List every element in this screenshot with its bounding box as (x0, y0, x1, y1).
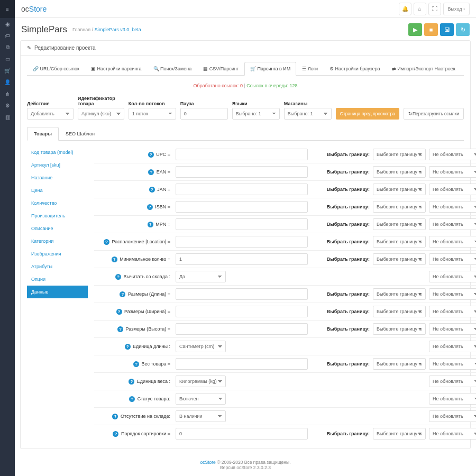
fullscreen-icon[interactable]: ⛶ (428, 3, 441, 15)
tab-csv[interactable]: ▦ CSV/Парсинг (197, 62, 244, 76)
boundary-select[interactable]: Выберите границу парсинга (373, 201, 426, 213)
sidebar-dashboard-icon[interactable]: ◉ (0, 18, 15, 30)
help-icon[interactable]: ? (116, 309, 122, 315)
help-icon[interactable]: ? (147, 204, 153, 210)
field-input[interactable] (176, 288, 308, 300)
sidebar-reports-icon[interactable]: ▥ (0, 111, 15, 123)
update-mode-select[interactable]: Не обновлять (429, 410, 476, 422)
notifications-icon[interactable]: 🔔 (399, 3, 411, 15)
help-icon[interactable]: ? (129, 396, 135, 402)
sidenav-item[interactable]: Изображения (27, 248, 88, 260)
sidenav-item[interactable]: Цена (27, 184, 88, 197)
sidebar-marketing-icon[interactable]: ⋔ (0, 88, 15, 99)
ident-select[interactable]: Артикул (sku) (78, 108, 124, 120)
sidenav-item[interactable]: Код товара (model) (27, 146, 88, 159)
tab-import-export[interactable]: ⇄ Импорт/Экспорт Настроек (386, 62, 461, 76)
boundary-select[interactable]: Выберите границу парсинга (373, 288, 426, 300)
sidenav-item[interactable]: Артикул [sku] (27, 159, 88, 171)
sidenav-item[interactable]: Данные (27, 286, 88, 298)
tab-browser[interactable]: ⚙ Настройки браузера (324, 62, 386, 76)
sidebar-extensions-icon[interactable]: ⧉ (0, 41, 15, 53)
boundary-select[interactable]: Выберите границу парсинга (373, 218, 426, 230)
footer-link[interactable]: ocStore (200, 460, 215, 465)
sidebar-toggle-icon[interactable]: ≡ (0, 0, 15, 18)
help-icon[interactable]: ? (113, 431, 118, 437)
subtab-products[interactable]: Товары (27, 127, 59, 141)
field-input[interactable] (176, 166, 308, 178)
field-input[interactable] (176, 358, 308, 370)
field-select[interactable]: Да (176, 271, 226, 282)
pause-input[interactable] (180, 108, 228, 120)
store-select[interactable]: Выбрано: 1 (284, 108, 332, 120)
sidebar-sales-icon[interactable]: 🛒 (0, 65, 15, 76)
sidebar-system-icon[interactable]: ⚙ (0, 99, 15, 111)
preview-page-button[interactable]: Страница пред.просмотра (336, 108, 399, 120)
update-mode-select[interactable]: Не обновлять (429, 218, 476, 230)
update-mode-select[interactable]: Не обновлять (429, 306, 476, 317)
sidenav-item[interactable]: Название (27, 171, 88, 184)
subtab-seo[interactable]: SEO Шаблон (59, 127, 102, 141)
sidenav-item[interactable]: Описание (27, 222, 88, 235)
boundary-select[interactable]: Выберите границу парсинга (373, 323, 426, 335)
sidenav-item[interactable]: Производитель (27, 209, 88, 222)
update-mode-select[interactable]: Не обновлять (429, 184, 476, 195)
sidenav-item[interactable]: Опции (27, 273, 88, 286)
update-mode-select[interactable]: Не обновлять (429, 166, 476, 178)
update-mode-select[interactable]: Не обновлять (429, 271, 476, 282)
boundary-select[interactable]: Выберите границу парсинга (373, 149, 426, 160)
lang-select[interactable]: Выбрано: 1 (232, 108, 280, 120)
reload-button[interactable]: ↻ (456, 23, 470, 36)
help-icon[interactable]: ? (148, 222, 153, 227)
stop-button[interactable]: ■ (424, 23, 438, 36)
field-input[interactable] (176, 253, 308, 265)
help-icon[interactable]: ? (149, 187, 155, 193)
help-icon[interactable]: ? (148, 169, 154, 175)
help-icon[interactable]: ? (133, 361, 139, 367)
field-select[interactable]: Сантиметр (cm) (176, 341, 226, 352)
help-icon[interactable]: ? (115, 274, 121, 280)
tab-logs[interactable]: ☰ Логи (296, 62, 324, 76)
boundary-select[interactable]: Выберите границу парсинга (373, 166, 426, 178)
tab-parse-settings[interactable]: ▣ Настройки парсинга (85, 62, 148, 76)
boundary-select[interactable]: Выберите границу парсинга (373, 358, 426, 370)
sidebar-customers-icon[interactable]: 👤 (0, 76, 15, 88)
update-mode-select[interactable]: Не обновлять (429, 201, 476, 213)
help-icon[interactable]: ? (129, 379, 134, 385)
boundary-select[interactable]: Выберите границу парсинга (373, 306, 426, 317)
tab-url[interactable]: 🔗 URL/Сбор ссылок (27, 62, 85, 76)
tab-search-replace[interactable]: 🔍 Поиск/Замена (148, 62, 198, 76)
breadcrumb-link[interactable]: SimplePars v3.0_beta (95, 27, 141, 32)
field-select[interactable]: В наличии (176, 410, 226, 422)
home-icon[interactable]: ⌂ (414, 3, 426, 15)
help-icon[interactable]: ? (112, 414, 118, 419)
field-input[interactable] (176, 201, 308, 213)
tab-parse-to-store[interactable]: 🛒 Парсинга в ИМ (244, 62, 296, 76)
threads-select[interactable]: 1 поток (129, 108, 176, 120)
update-mode-select[interactable]: Не обновлять (429, 323, 476, 335)
field-input[interactable] (176, 149, 308, 160)
update-mode-select[interactable]: Не обновлять (429, 376, 476, 387)
save-button[interactable]: 🖫 (440, 23, 454, 36)
help-icon[interactable]: ? (148, 152, 154, 158)
update-mode-select[interactable]: Не обновлять (429, 393, 476, 405)
field-input[interactable] (176, 306, 308, 317)
boundary-select[interactable]: Выберите границу парсинга (373, 428, 426, 440)
reload-links-button[interactable]: ↻ Перезагрузить ссылки (404, 108, 464, 120)
help-icon[interactable]: ? (117, 326, 123, 332)
field-select[interactable]: Килограммы (kg) (176, 376, 226, 387)
help-icon[interactable]: ? (120, 291, 125, 297)
field-input[interactable] (176, 236, 308, 248)
field-select[interactable]: Включен (176, 393, 226, 405)
sidenav-item[interactable]: Атрибуты (27, 260, 88, 273)
help-icon[interactable]: ? (104, 239, 109, 245)
boundary-select[interactable]: Выберите границу парсинга (373, 253, 426, 265)
update-mode-select[interactable]: Не обновлять (429, 236, 476, 248)
field-input[interactable] (176, 428, 308, 440)
update-mode-select[interactable]: Не обновлять (429, 428, 476, 440)
field-input[interactable] (176, 323, 308, 335)
update-mode-select[interactable]: Не обновлять (429, 288, 476, 300)
run-button[interactable]: ▶ (408, 23, 422, 36)
logout-button[interactable]: Выход › (443, 3, 470, 15)
update-mode-select[interactable]: Не обновлять (429, 149, 476, 160)
boundary-select[interactable]: Выберите границу парсинга (373, 184, 426, 195)
